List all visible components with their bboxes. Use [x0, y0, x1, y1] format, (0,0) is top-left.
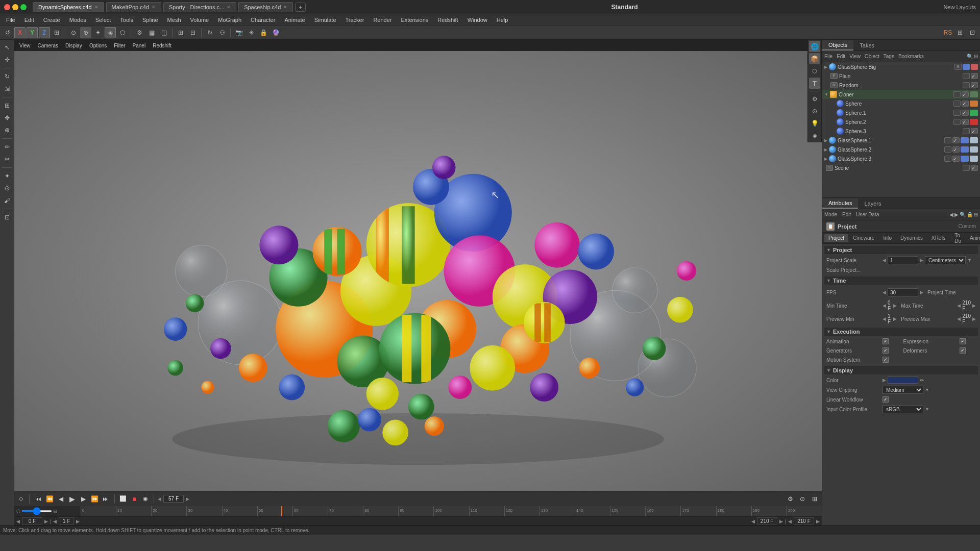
- tab-attributes[interactable]: Attributes: [822, 198, 858, 209]
- next-keyframe-btn[interactable]: ⏩: [89, 494, 100, 504]
- brush-tool-btn[interactable]: ✏: [2, 141, 13, 153]
- keyframe-btn[interactable]: ◇: [16, 494, 26, 504]
- next-frame-btn[interactable]: ▶: [78, 494, 88, 504]
- maximize-window-btn[interactable]: [20, 4, 27, 10]
- tab-spaceship[interactable]: Spaceship.c4d ✕: [238, 2, 293, 12]
- timeline-zoom-slider[interactable]: [21, 510, 52, 512]
- panel-icon-target[interactable]: ⊙: [809, 106, 820, 117]
- light-btn[interactable]: ☀: [246, 27, 257, 38]
- menu-modes[interactable]: Modes: [65, 16, 90, 24]
- tab-close-icon[interactable]: ✕: [94, 5, 99, 10]
- obj-sphere[interactable]: Sphere ✓: [822, 99, 980, 108]
- project-scale-down[interactable]: ◀: [883, 258, 886, 263]
- object-mode-btn[interactable]: ◈: [105, 27, 116, 38]
- timeline-ruler[interactable]: 0 10 20 30 40 50 60 70 80 90 100 110 120…: [81, 506, 822, 516]
- attr-subtab-dynamics[interactable]: Dynamics: [896, 234, 927, 242]
- mintime-up[interactable]: ▶: [893, 303, 897, 308]
- fi-left-arrow3[interactable]: ◀: [751, 519, 755, 524]
- minimize-window-btn[interactable]: [12, 4, 18, 10]
- menu-mesh[interactable]: Mesh: [163, 16, 185, 24]
- timeline-settings-btn[interactable]: ⚙: [785, 494, 795, 504]
- obj-glasssphere3[interactable]: ▶ GlassSphere.3 ✓: [822, 154, 980, 163]
- vp-redshift-menu[interactable]: Redshift: [151, 42, 174, 49]
- move-tool-btn[interactable]: ⊕: [80, 27, 91, 38]
- record-btn[interactable]: ⏺: [130, 494, 139, 504]
- world-space-btn[interactable]: ⊞: [51, 27, 62, 38]
- motionsystem-checkbox[interactable]: [883, 357, 889, 363]
- mintime-down[interactable]: ◀: [883, 303, 886, 308]
- fi-right-arrow[interactable]: ▶: [44, 519, 48, 524]
- menu-animate[interactable]: Animate: [280, 16, 309, 24]
- obj-glasssphere-big[interactable]: ▶ GlassSphere Big ⊟: [822, 62, 980, 71]
- vp-view-menu[interactable]: View: [17, 42, 33, 49]
- vp-filter-menu[interactable]: Filter: [112, 42, 127, 49]
- boole-btn[interactable]: ⊡: [2, 212, 13, 223]
- magnet-btn[interactable]: ⊙: [2, 183, 13, 194]
- attr-subtab-project[interactable]: Project: [824, 234, 848, 242]
- attr-lock-btn[interactable]: 🔒: [967, 212, 973, 217]
- fps-settings-btn[interactable]: ⊞: [810, 494, 820, 504]
- render-settings-btn[interactable]: ⚙: [134, 27, 145, 38]
- obj-sphere2[interactable]: Sphere.2 ✓: [822, 117, 980, 127]
- scale-left-btn[interactable]: ⇲: [2, 83, 13, 94]
- attr-section-display-header[interactable]: ▼ Display: [824, 366, 978, 374]
- rotate-left-btn[interactable]: ↻: [2, 71, 13, 82]
- close-window-btn[interactable]: [4, 4, 10, 10]
- attr-section-execution-header[interactable]: ▼ Execution: [824, 328, 978, 336]
- fps-input[interactable]: [888, 288, 918, 296]
- obj-glasssphere1[interactable]: ▶ GlassSphere.1 ✓: [822, 136, 980, 145]
- new-layouts-button[interactable]: New Layouts: [943, 4, 976, 10]
- vp-panel-menu[interactable]: Panel: [131, 42, 148, 49]
- panel-icon-light[interactable]: 💡: [809, 118, 820, 129]
- attr-subtab-info[interactable]: Info: [879, 234, 896, 242]
- panel-icon-text[interactable]: T: [809, 78, 820, 89]
- grid-btn[interactable]: ⊞: [175, 27, 186, 38]
- tab-takes[interactable]: Takes: [853, 41, 880, 50]
- obj-edit-menu[interactable]: Edit: [837, 54, 845, 59]
- knife-tool-btn[interactable]: ✂: [2, 154, 13, 165]
- viewport-pan-btn[interactable]: ✥: [2, 112, 13, 123]
- move-tool-left-btn[interactable]: ✛: [2, 54, 13, 65]
- goto-end-btn[interactable]: ⏭: [101, 494, 111, 504]
- tab-objects[interactable]: Objects: [822, 40, 853, 51]
- color-swatch[interactable]: [888, 377, 918, 384]
- goto-start-btn[interactable]: ⏮: [33, 494, 43, 504]
- tab-close-icon[interactable]: ✕: [152, 5, 156, 10]
- select-tool-btn[interactable]: ⊙: [68, 27, 79, 38]
- poly-pen-btn[interactable]: ✦: [2, 170, 13, 182]
- panel-icon-mesh[interactable]: ⬡: [809, 65, 820, 77]
- fps-down[interactable]: ◀: [883, 290, 886, 295]
- menu-character[interactable]: Character: [247, 16, 279, 24]
- inputcolorprofile-dropdown[interactable]: sRGB Linear ACES: [883, 405, 923, 413]
- tab-layers[interactable]: Layers: [858, 199, 887, 208]
- step-frame-input[interactable]: 1 F: [59, 517, 74, 525]
- obj-tags-menu[interactable]: Tags: [884, 54, 894, 59]
- render-region-btn[interactable]: ⊡: [967, 27, 978, 38]
- project-scale-up[interactable]: ▶: [920, 258, 923, 263]
- tab-close-icon[interactable]: ✕: [227, 5, 231, 10]
- attr-section-time-header[interactable]: ▼ Time: [824, 277, 978, 285]
- z-axis-btn[interactable]: Z: [39, 27, 50, 38]
- viewport-nav-btn[interactable]: ⊞: [2, 100, 13, 111]
- y-axis-btn[interactable]: Y: [27, 27, 38, 38]
- obj-bookmarks-menu[interactable]: Bookmarks: [898, 54, 924, 59]
- color-edit-btn[interactable]: ✏: [920, 378, 924, 383]
- menu-volume[interactable]: Volume: [186, 16, 213, 24]
- menu-create[interactable]: Create: [39, 16, 64, 24]
- attr-nav-back[interactable]: ◀: [949, 212, 953, 217]
- expression-checkbox[interactable]: [960, 338, 966, 344]
- attr-mode-menu[interactable]: Mode: [824, 212, 837, 217]
- play-btn[interactable]: ▶: [67, 494, 77, 504]
- generators-checkbox[interactable]: [883, 347, 889, 354]
- vp-options-menu[interactable]: Options: [87, 42, 109, 49]
- material-btn[interactable]: 🔮: [270, 27, 281, 38]
- menu-mograph[interactable]: MoGraph: [214, 16, 246, 24]
- undo-btn[interactable]: ↺: [2, 27, 13, 38]
- obj-scene[interactable]: S Scene ✓: [822, 163, 980, 172]
- obj-cloner[interactable]: ▼ Cloner ✓: [822, 90, 980, 99]
- menu-tracker[interactable]: Tracker: [341, 16, 369, 24]
- obj-view-menu[interactable]: View: [849, 54, 861, 59]
- end-frame-input[interactable]: 210 F: [757, 517, 777, 525]
- fi-left-arrow5[interactable]: ◀: [788, 519, 792, 524]
- obj-plain[interactable]: P Plain ✓: [822, 71, 980, 81]
